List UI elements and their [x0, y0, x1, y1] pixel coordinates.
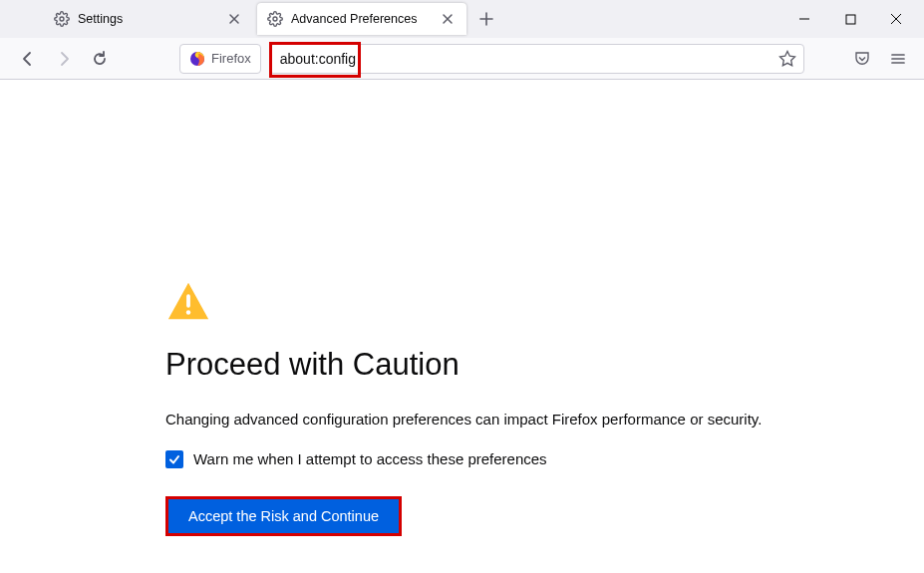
highlight-box-button: Accept the Risk and Continue	[165, 496, 402, 536]
close-icon[interactable]	[439, 10, 457, 28]
close-window-button[interactable]	[888, 11, 904, 27]
pocket-button[interactable]	[848, 45, 876, 73]
reload-button[interactable]	[84, 43, 116, 75]
tabs-container: Settings Advanced Preferences	[8, 0, 500, 38]
identity-label: Firefox	[211, 51, 251, 66]
checkbox-label: Warn me when I attempt to access these p…	[193, 450, 547, 467]
forward-button[interactable]	[48, 43, 80, 75]
maximize-button[interactable]	[842, 11, 858, 27]
bookmark-star-button[interactable]	[776, 48, 798, 70]
svg-point-6	[186, 310, 190, 314]
minimize-button[interactable]	[796, 11, 812, 27]
urlbar-container	[269, 44, 804, 74]
new-tab-button[interactable]	[472, 5, 500, 33]
gear-icon	[54, 11, 70, 27]
warn-checkbox-row[interactable]: Warn me when I attempt to access these p…	[165, 450, 783, 468]
svg-rect-2	[846, 15, 855, 24]
warning-title: Proceed with Caution	[165, 347, 783, 383]
tab-bar: Settings Advanced Preferences	[0, 0, 924, 38]
close-icon[interactable]	[225, 10, 243, 28]
tab-title: Settings	[78, 12, 217, 26]
window-controls	[796, 0, 918, 38]
warning-container: Proceed with Caution Changing advanced c…	[165, 80, 783, 536]
firefox-logo-icon	[189, 51, 205, 67]
app-menu-button[interactable]	[884, 45, 912, 73]
svg-point-1	[273, 17, 277, 21]
page-content: Proceed with Caution Changing advanced c…	[0, 80, 924, 536]
gear-icon	[267, 11, 283, 27]
tab-settings[interactable]: Settings	[44, 3, 253, 35]
tab-advanced-preferences[interactable]: Advanced Preferences	[257, 3, 466, 35]
tab-title: Advanced Preferences	[291, 12, 431, 26]
url-input[interactable]	[269, 44, 804, 74]
identity-box[interactable]: Firefox	[179, 44, 261, 74]
svg-rect-5	[186, 294, 190, 307]
checkbox-checked-icon[interactable]	[165, 450, 183, 468]
svg-point-0	[60, 17, 64, 21]
nav-toolbar: Firefox	[0, 38, 924, 80]
warning-triangle-icon	[165, 279, 211, 325]
svg-marker-4	[780, 51, 795, 65]
back-button[interactable]	[12, 43, 44, 75]
warning-description: Changing advanced configuration preferen…	[165, 409, 783, 430]
accept-risk-button[interactable]: Accept the Risk and Continue	[168, 499, 399, 533]
